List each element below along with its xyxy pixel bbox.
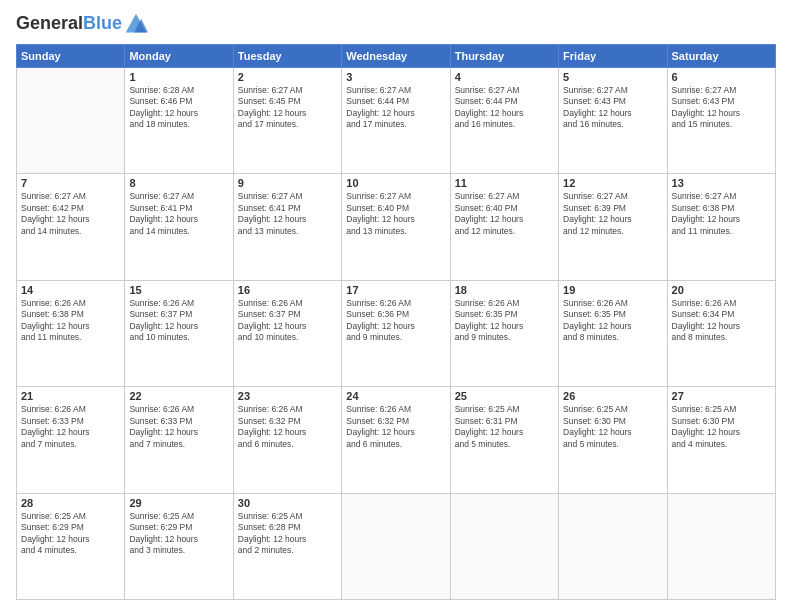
calendar-cell: 13Sunrise: 6:27 AM Sunset: 6:38 PM Dayli… xyxy=(667,174,775,280)
weekday-header-sunday: Sunday xyxy=(17,45,125,68)
day-number: 14 xyxy=(21,284,120,296)
day-detail: Sunrise: 6:26 AM Sunset: 6:35 PM Dayligh… xyxy=(455,298,554,344)
calendar-cell xyxy=(667,493,775,599)
day-number: 29 xyxy=(129,497,228,509)
calendar-cell: 20Sunrise: 6:26 AM Sunset: 6:34 PM Dayli… xyxy=(667,280,775,386)
day-number: 8 xyxy=(129,177,228,189)
day-number: 11 xyxy=(455,177,554,189)
day-number: 23 xyxy=(238,390,337,402)
calendar-cell: 28Sunrise: 6:25 AM Sunset: 6:29 PM Dayli… xyxy=(17,493,125,599)
day-number: 15 xyxy=(129,284,228,296)
calendar-cell: 5Sunrise: 6:27 AM Sunset: 6:43 PM Daylig… xyxy=(559,68,667,174)
calendar-cell: 2Sunrise: 6:27 AM Sunset: 6:45 PM Daylig… xyxy=(233,68,341,174)
calendar-row-1: 7Sunrise: 6:27 AM Sunset: 6:42 PM Daylig… xyxy=(17,174,776,280)
day-detail: Sunrise: 6:25 AM Sunset: 6:30 PM Dayligh… xyxy=(563,404,662,450)
calendar-cell: 24Sunrise: 6:26 AM Sunset: 6:32 PM Dayli… xyxy=(342,387,450,493)
day-detail: Sunrise: 6:27 AM Sunset: 6:43 PM Dayligh… xyxy=(672,85,771,131)
day-detail: Sunrise: 6:27 AM Sunset: 6:41 PM Dayligh… xyxy=(238,191,337,237)
calendar-cell: 4Sunrise: 6:27 AM Sunset: 6:44 PM Daylig… xyxy=(450,68,558,174)
day-detail: Sunrise: 6:26 AM Sunset: 6:35 PM Dayligh… xyxy=(563,298,662,344)
weekday-header-friday: Friday xyxy=(559,45,667,68)
calendar-cell: 17Sunrise: 6:26 AM Sunset: 6:36 PM Dayli… xyxy=(342,280,450,386)
calendar-cell: 30Sunrise: 6:25 AM Sunset: 6:28 PM Dayli… xyxy=(233,493,341,599)
weekday-header-tuesday: Tuesday xyxy=(233,45,341,68)
day-detail: Sunrise: 6:25 AM Sunset: 6:30 PM Dayligh… xyxy=(672,404,771,450)
calendar-row-3: 21Sunrise: 6:26 AM Sunset: 6:33 PM Dayli… xyxy=(17,387,776,493)
day-detail: Sunrise: 6:26 AM Sunset: 6:38 PM Dayligh… xyxy=(21,298,120,344)
calendar-cell: 11Sunrise: 6:27 AM Sunset: 6:40 PM Dayli… xyxy=(450,174,558,280)
day-number: 18 xyxy=(455,284,554,296)
calendar-cell: 18Sunrise: 6:26 AM Sunset: 6:35 PM Dayli… xyxy=(450,280,558,386)
day-detail: Sunrise: 6:26 AM Sunset: 6:36 PM Dayligh… xyxy=(346,298,445,344)
day-detail: Sunrise: 6:27 AM Sunset: 6:39 PM Dayligh… xyxy=(563,191,662,237)
calendar-cell: 12Sunrise: 6:27 AM Sunset: 6:39 PM Dayli… xyxy=(559,174,667,280)
day-number: 25 xyxy=(455,390,554,402)
calendar-cell xyxy=(17,68,125,174)
header: GeneralBlue xyxy=(16,12,776,36)
day-number: 9 xyxy=(238,177,337,189)
weekday-header-monday: Monday xyxy=(125,45,233,68)
day-number: 1 xyxy=(129,71,228,83)
logo: GeneralBlue xyxy=(16,12,148,36)
day-detail: Sunrise: 6:27 AM Sunset: 6:44 PM Dayligh… xyxy=(455,85,554,131)
calendar-cell: 22Sunrise: 6:26 AM Sunset: 6:33 PM Dayli… xyxy=(125,387,233,493)
day-number: 7 xyxy=(21,177,120,189)
calendar-table: SundayMondayTuesdayWednesdayThursdayFrid… xyxy=(16,44,776,600)
day-detail: Sunrise: 6:27 AM Sunset: 6:38 PM Dayligh… xyxy=(672,191,771,237)
calendar-cell xyxy=(342,493,450,599)
day-number: 10 xyxy=(346,177,445,189)
day-number: 4 xyxy=(455,71,554,83)
day-detail: Sunrise: 6:25 AM Sunset: 6:29 PM Dayligh… xyxy=(129,511,228,557)
day-number: 26 xyxy=(563,390,662,402)
logo-text: GeneralBlue xyxy=(16,14,122,34)
calendar-cell: 1Sunrise: 6:28 AM Sunset: 6:46 PM Daylig… xyxy=(125,68,233,174)
logo-icon xyxy=(124,12,148,36)
calendar-cell: 14Sunrise: 6:26 AM Sunset: 6:38 PM Dayli… xyxy=(17,280,125,386)
day-detail: Sunrise: 6:27 AM Sunset: 6:40 PM Dayligh… xyxy=(346,191,445,237)
page: GeneralBlue SundayMondayTuesdayWednesday… xyxy=(0,0,792,612)
day-number: 17 xyxy=(346,284,445,296)
day-number: 27 xyxy=(672,390,771,402)
calendar-cell: 6Sunrise: 6:27 AM Sunset: 6:43 PM Daylig… xyxy=(667,68,775,174)
calendar-cell: 16Sunrise: 6:26 AM Sunset: 6:37 PM Dayli… xyxy=(233,280,341,386)
day-detail: Sunrise: 6:27 AM Sunset: 6:41 PM Dayligh… xyxy=(129,191,228,237)
day-detail: Sunrise: 6:26 AM Sunset: 6:33 PM Dayligh… xyxy=(129,404,228,450)
day-detail: Sunrise: 6:26 AM Sunset: 6:32 PM Dayligh… xyxy=(346,404,445,450)
calendar-cell xyxy=(450,493,558,599)
day-number: 2 xyxy=(238,71,337,83)
calendar-cell: 3Sunrise: 6:27 AM Sunset: 6:44 PM Daylig… xyxy=(342,68,450,174)
day-detail: Sunrise: 6:25 AM Sunset: 6:29 PM Dayligh… xyxy=(21,511,120,557)
calendar-cell: 8Sunrise: 6:27 AM Sunset: 6:41 PM Daylig… xyxy=(125,174,233,280)
day-detail: Sunrise: 6:25 AM Sunset: 6:28 PM Dayligh… xyxy=(238,511,337,557)
day-detail: Sunrise: 6:26 AM Sunset: 6:37 PM Dayligh… xyxy=(129,298,228,344)
day-detail: Sunrise: 6:27 AM Sunset: 6:43 PM Dayligh… xyxy=(563,85,662,131)
day-number: 16 xyxy=(238,284,337,296)
calendar-cell: 10Sunrise: 6:27 AM Sunset: 6:40 PM Dayli… xyxy=(342,174,450,280)
calendar-cell: 25Sunrise: 6:25 AM Sunset: 6:31 PM Dayli… xyxy=(450,387,558,493)
day-detail: Sunrise: 6:26 AM Sunset: 6:34 PM Dayligh… xyxy=(672,298,771,344)
weekday-header-thursday: Thursday xyxy=(450,45,558,68)
day-number: 12 xyxy=(563,177,662,189)
day-number: 30 xyxy=(238,497,337,509)
calendar-cell: 19Sunrise: 6:26 AM Sunset: 6:35 PM Dayli… xyxy=(559,280,667,386)
weekday-header-wednesday: Wednesday xyxy=(342,45,450,68)
day-number: 5 xyxy=(563,71,662,83)
calendar-cell: 23Sunrise: 6:26 AM Sunset: 6:32 PM Dayli… xyxy=(233,387,341,493)
day-detail: Sunrise: 6:25 AM Sunset: 6:31 PM Dayligh… xyxy=(455,404,554,450)
calendar-row-2: 14Sunrise: 6:26 AM Sunset: 6:38 PM Dayli… xyxy=(17,280,776,386)
day-number: 22 xyxy=(129,390,228,402)
day-number: 19 xyxy=(563,284,662,296)
calendar-cell: 21Sunrise: 6:26 AM Sunset: 6:33 PM Dayli… xyxy=(17,387,125,493)
day-detail: Sunrise: 6:28 AM Sunset: 6:46 PM Dayligh… xyxy=(129,85,228,131)
calendar-cell: 15Sunrise: 6:26 AM Sunset: 6:37 PM Dayli… xyxy=(125,280,233,386)
day-detail: Sunrise: 6:26 AM Sunset: 6:37 PM Dayligh… xyxy=(238,298,337,344)
day-number: 21 xyxy=(21,390,120,402)
day-detail: Sunrise: 6:26 AM Sunset: 6:33 PM Dayligh… xyxy=(21,404,120,450)
day-detail: Sunrise: 6:27 AM Sunset: 6:45 PM Dayligh… xyxy=(238,85,337,131)
day-number: 3 xyxy=(346,71,445,83)
calendar-row-4: 28Sunrise: 6:25 AM Sunset: 6:29 PM Dayli… xyxy=(17,493,776,599)
day-number: 13 xyxy=(672,177,771,189)
calendar-header-row: SundayMondayTuesdayWednesdayThursdayFrid… xyxy=(17,45,776,68)
day-number: 20 xyxy=(672,284,771,296)
calendar-row-0: 1Sunrise: 6:28 AM Sunset: 6:46 PM Daylig… xyxy=(17,68,776,174)
